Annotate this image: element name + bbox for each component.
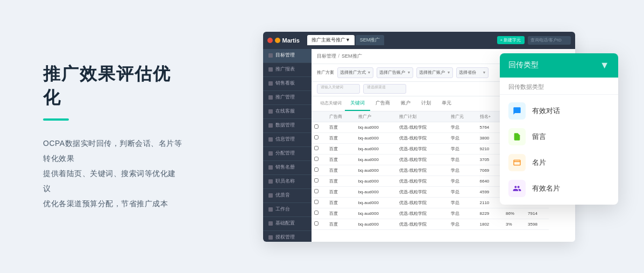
- sidebar-item-2[interactable]: 推广报表: [263, 63, 312, 77]
- table-cell-checkbox[interactable]: [312, 122, 327, 132]
- table-cell: 百度: [327, 132, 356, 143]
- col-header-0: [312, 111, 327, 122]
- sidebar-icon-10: [268, 179, 273, 184]
- sidebar-item-6[interactable]: 数据管理: [263, 119, 312, 133]
- sidebar-icon-9: [268, 165, 273, 170]
- filter-select-2-label: 选择广告账户: [379, 69, 405, 75]
- table-cell: 5764: [477, 122, 503, 132]
- col-header-3: 推广计划: [397, 111, 448, 122]
- filter-select-4[interactable]: 选择省份 ▼: [456, 67, 489, 78]
- sidebar-label-1: 目标管理: [275, 52, 295, 59]
- table-cell: 7914: [525, 208, 549, 219]
- table-cell-checkbox[interactable]: [312, 197, 327, 208]
- logo-dot-red: [267, 38, 273, 43]
- card-items: 有效对话 留言 名片: [500, 95, 618, 205]
- table-cell: 学总: [448, 197, 477, 208]
- sidebar-icon-1: [268, 53, 273, 58]
- card-item-0[interactable]: 有效对话: [500, 98, 618, 124]
- sidebar-item-5[interactable]: 在线客服: [263, 105, 312, 119]
- table-cell-checkbox[interactable]: [312, 154, 327, 165]
- table-cell: 百度: [327, 186, 356, 197]
- filter-select-2[interactable]: 选择广告账户 ▼: [377, 67, 413, 78]
- table-cell-checkbox[interactable]: [312, 176, 327, 186]
- channel-select-input[interactable]: 请选择渠道: [363, 84, 406, 94]
- filter-select-3-label: 选择推广账户: [419, 69, 445, 75]
- nav-tab-top-1[interactable]: 推广主账号推广▼: [307, 35, 355, 45]
- sidebar-item-7[interactable]: 信息管理: [263, 133, 312, 147]
- sidebar-label-8: 分配管理: [275, 150, 295, 157]
- chat-icon: [508, 102, 526, 120]
- sidebar-item-13[interactable]: 基础配置: [263, 217, 312, 231]
- sidebar-label-9: 销售名册: [275, 164, 295, 171]
- col-header-2: 推广户: [356, 111, 397, 122]
- table-cell-checkbox[interactable]: [312, 165, 327, 176]
- tab-unit[interactable]: 单元: [436, 96, 457, 111]
- search-bar-top[interactable]: 查询电话/客户ID: [528, 36, 571, 45]
- tab-account[interactable]: 账户: [395, 96, 416, 111]
- breadcrumb-2: SEM推广: [342, 53, 362, 60]
- filter-select-1[interactable]: 选择推广方式 ▼: [337, 67, 374, 78]
- sidebar-item-11[interactable]: 优质音: [263, 189, 312, 203]
- sidebar-icon-3: [268, 81, 273, 86]
- sidebar-item-10[interactable]: 职员名称: [263, 175, 312, 189]
- table-cell: bq-aud000: [356, 176, 397, 186]
- title-underline: [43, 118, 69, 121]
- table-row[interactable]: 百度bq-aud000优选-线粒学院学总18023%3598: [312, 219, 575, 229]
- tab-ads[interactable]: 广告商: [370, 96, 395, 111]
- nav-tab-top-2[interactable]: SEM推广: [356, 35, 385, 45]
- table-row[interactable]: 百度bq-aud000优选-线粒学院学总822986%7914: [312, 208, 575, 219]
- card-item-1[interactable]: 留言: [500, 124, 618, 150]
- top-actions: + 新建字元 查询电话/客户ID: [497, 36, 571, 45]
- sidebar-icon-11: [268, 193, 273, 198]
- sidebar-item-3[interactable]: 销售看板: [263, 77, 312, 91]
- chevron-down-icon-3: ▼: [447, 71, 450, 74]
- table-cell: 3800: [477, 132, 503, 143]
- page-container: 推广效果评估优化 OCPA数据实时回传，判断会话、名片等转化效果提供着陆页、关键…: [0, 0, 644, 273]
- sidebar-item-8[interactable]: 分配管理: [263, 147, 312, 161]
- logo-area: Martis: [267, 37, 300, 44]
- sidebar-item-1[interactable]: 目标管理: [263, 49, 312, 63]
- sidebar-item-14[interactable]: 授权管理: [263, 231, 312, 242]
- table-cell-checkbox[interactable]: [312, 143, 327, 154]
- table-cell-checkbox[interactable]: [312, 186, 327, 197]
- sidebar-icon-4: [268, 95, 273, 100]
- sidebar-icon-7: [268, 137, 273, 142]
- sidebar-icon-13: [268, 221, 273, 226]
- sidebar-item-9[interactable]: 销售名册: [263, 161, 312, 175]
- sidebar: 目标管理 推广报表 销售看板 推广管理: [263, 49, 312, 242]
- filter-select-1-label: 选择推广方式: [340, 69, 366, 75]
- table-cell: 优选-线粒学院: [397, 132, 448, 143]
- card-subtitle: 回传数据类型: [500, 78, 618, 95]
- tab-0[interactable]: 动态关键词: [317, 96, 345, 111]
- sidebar-item-12[interactable]: 工作台: [263, 203, 312, 217]
- table-cell: bq-aud000: [356, 132, 397, 143]
- table-cell: 1802: [477, 219, 503, 229]
- sidebar-label-14: 授权管理: [275, 234, 295, 241]
- table-cell-checkbox[interactable]: [312, 208, 327, 219]
- table-cell: 百度: [327, 197, 356, 208]
- card-item-2[interactable]: 名片: [500, 150, 618, 176]
- filter-select-3[interactable]: 选择推广账户 ▼: [416, 67, 453, 78]
- sidebar-icon-6: [268, 123, 273, 128]
- sidebar-icon-12: [268, 207, 273, 212]
- sidebar-label-5: 在线客服: [275, 108, 295, 115]
- keyword-search-input[interactable]: 请输入关键词: [317, 84, 360, 94]
- btn-add[interactable]: + 新建字元: [497, 36, 525, 44]
- sidebar-icon-2: [268, 67, 273, 72]
- card-item-3[interactable]: 有效名片: [500, 176, 618, 201]
- table-cell: bq-aud000: [356, 143, 397, 154]
- sidebar-label-6: 数据管理: [275, 122, 295, 129]
- table-cell: bq-aud000: [356, 208, 397, 219]
- tab-keywords[interactable]: 关键词: [345, 96, 370, 111]
- table-cell: 学总: [448, 176, 477, 186]
- sidebar-item-4[interactable]: 推广管理: [263, 91, 312, 105]
- table-cell: 百度: [327, 176, 356, 186]
- table-cell: 7069: [477, 165, 503, 176]
- table-cell-checkbox[interactable]: [312, 219, 327, 229]
- tab-plan[interactable]: 计划: [416, 96, 436, 111]
- card-item-label-1: 留言: [532, 132, 546, 142]
- table-cell: 3598: [525, 219, 549, 229]
- screenshot-wrapper: Martis 推广主账号推广▼ SEM推广 + 新建字元 查询电话/客户ID: [263, 21, 597, 253]
- table-cell: 优选-线粒学院: [397, 186, 448, 197]
- table-cell-checkbox[interactable]: [312, 132, 327, 143]
